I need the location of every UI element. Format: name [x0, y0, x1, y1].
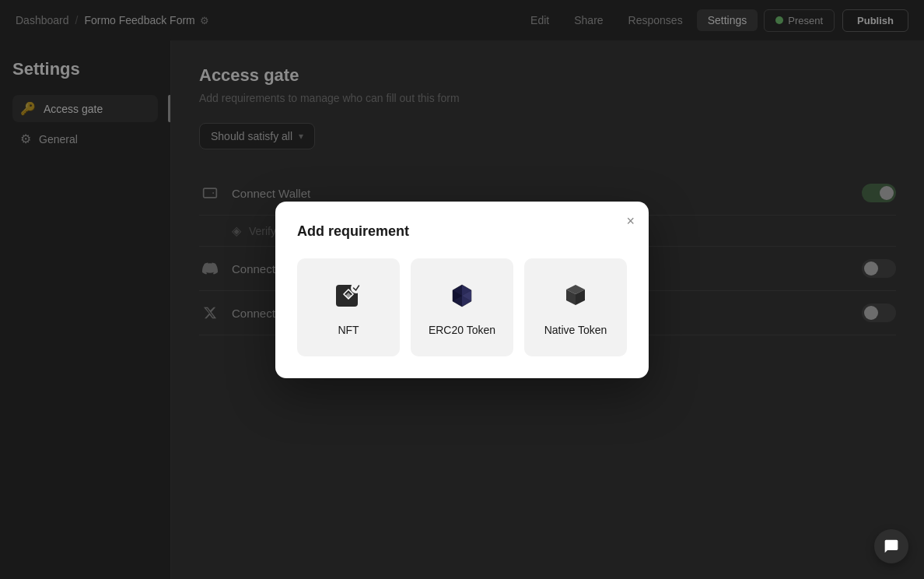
- erc20-icon: [445, 279, 479, 313]
- svg-point-2: [351, 282, 362, 293]
- nft-option[interactable]: NFT: [297, 258, 400, 356]
- modal-overlay: Add requirement × NFT: [0, 0, 924, 579]
- modal-close-button[interactable]: ×: [626, 214, 635, 228]
- native-token-option[interactable]: Native Token: [524, 258, 627, 356]
- modal-title: Add requirement: [297, 223, 627, 240]
- add-requirement-modal: Add requirement × NFT: [275, 202, 649, 378]
- native-token-label: Native Token: [544, 324, 607, 336]
- chat-button[interactable]: [874, 529, 908, 563]
- nft-label: NFT: [338, 324, 359, 336]
- erc20-option[interactable]: ERC20 Token: [411, 258, 513, 356]
- requirement-options: NFT ERC20 Token: [297, 258, 627, 356]
- chat-icon: [884, 539, 899, 554]
- nft-icon: [331, 279, 366, 313]
- native-token-icon: [558, 279, 593, 313]
- erc20-label: ERC20 Token: [429, 324, 495, 336]
